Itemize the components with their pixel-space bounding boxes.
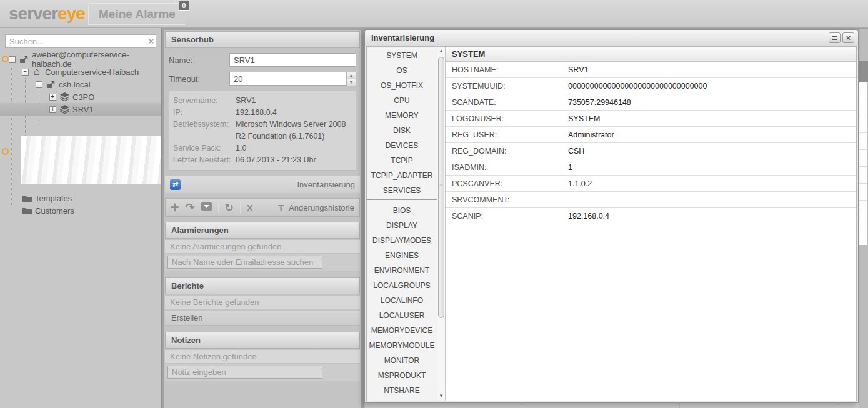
inventory-nav-item[interactable]: MEMORYDEVICE	[367, 323, 437, 338]
top-bar: servereye Meine Alarme 0	[0, 0, 868, 28]
tree-item-user-account[interactable]: − aweber@computerservice-haibach.de	[0, 53, 161, 66]
stepper-up-icon[interactable]: ▲	[347, 72, 356, 79]
inventory-nav-item[interactable]: MEMORY	[367, 108, 437, 123]
inventory-value: 1.1.0.2	[568, 179, 592, 188]
inventory-category-nav: SYSTEM OS OS_HOTFIX CPU MEMORY DISK DEVI…	[367, 47, 437, 401]
server-info-row: IP: 192.168.0.4	[173, 107, 352, 119]
collapse-icon[interactable]: −	[22, 69, 29, 76]
inventory-nav-item[interactable]: CPU	[367, 93, 437, 108]
connection-icon	[46, 81, 56, 89]
inventory-nav-item[interactable]: BIOS	[367, 203, 437, 218]
inventory-nav-item[interactable]: OS	[367, 63, 437, 78]
layers-icon	[59, 92, 69, 101]
refresh-icon[interactable]: ↻	[225, 201, 234, 214]
inventory-nav-item[interactable]: DISK	[367, 123, 437, 138]
inventory-nav-item[interactable]: TCPIP	[367, 153, 437, 168]
note-input[interactable]	[167, 366, 322, 379]
inventory-nav-item[interactable]: LOCALGROUPS	[367, 278, 437, 293]
layers-icon	[59, 105, 69, 114]
archive-icon[interactable]	[201, 202, 212, 213]
inventory-key: REG_DOMAIN:	[446, 147, 568, 156]
sensorhub-footer: ⇄ Inventarisierung	[165, 176, 360, 193]
inventory-nav-item[interactable]: MONITOR	[367, 353, 437, 368]
my-alarms-button[interactable]: Meine Alarme 0	[88, 3, 186, 25]
tree-item-customer[interactable]: − ⌂ Computerservice-Haibach	[0, 66, 161, 78]
folder-icon	[22, 194, 32, 202]
inventory-nav-item[interactable]: MSPRODUKT	[367, 368, 437, 383]
inventory-nav-item[interactable]: ENGINES	[367, 248, 437, 263]
toolbar-divider	[218, 202, 219, 213]
inventory-nav-item[interactable]: MEMORYMODULE	[367, 338, 437, 353]
tree-item-label: Customers	[35, 206, 74, 216]
inventory-nav-item[interactable]: DISPLAY	[367, 218, 437, 233]
timeout-field[interactable]	[229, 72, 356, 86]
scroll-down-icon[interactable]: ▼	[437, 393, 445, 399]
inventory-nav-item[interactable]: OS_HOTFIX	[367, 78, 437, 93]
my-alarms-label: Meine Alarme	[99, 7, 176, 21]
inventory-key: REG_USER:	[446, 131, 568, 139]
dialog-title: Inventarisierung	[371, 33, 434, 42]
expand-icon[interactable]: +	[49, 94, 56, 101]
scroll-up-icon[interactable]: ▲	[437, 48, 445, 54]
alert-status-icon	[2, 148, 9, 155]
inventory-nav-item[interactable]: ENVIRONMENT	[367, 263, 437, 278]
timeout-label: Timeout:	[169, 74, 229, 84]
tree-item-server-srv1-selected[interactable]: + SRV1	[0, 103, 161, 116]
inventory-nav-item[interactable]: SERVICES	[367, 183, 437, 200]
maximize-button[interactable]	[829, 32, 841, 43]
teamviewer-icon[interactable]: ⇄	[170, 179, 181, 190]
toolbar-divider	[240, 202, 241, 213]
tree-item-label: Templates	[35, 194, 72, 203]
delete-icon[interactable]: X	[247, 202, 252, 213]
folder-icon	[22, 207, 32, 214]
inventory-nav-item[interactable]: TCPIP_ADAPTER	[367, 168, 437, 183]
inventory-row: SCANIP: 192.168.0.4	[446, 208, 856, 224]
inventory-nav-item[interactable]: LOCALINFO	[367, 293, 437, 308]
inventory-nav-item[interactable]: SYSTEM	[367, 48, 437, 63]
inventory-value: SRV1	[568, 66, 588, 74]
tree-item-server-c3po[interactable]: + C3PO	[0, 91, 161, 103]
inventory-nav-item[interactable]: DISPLAYMODES	[367, 233, 437, 248]
dialog-title-bar[interactable]: Inventarisierung ×	[365, 30, 858, 46]
collapse-icon[interactable]: −	[9, 56, 16, 63]
expand-icon[interactable]: +	[49, 106, 56, 113]
inventory-nav-scrollbar[interactable]: ▲ ≡ ▼	[437, 47, 446, 401]
info-label: IP:	[173, 107, 236, 119]
close-button[interactable]: ×	[842, 32, 854, 43]
clear-search-icon[interactable]: ×	[149, 36, 154, 46]
search-input[interactable]	[5, 34, 156, 48]
history-icon[interactable]: T	[278, 202, 284, 213]
inventory-nav-item[interactable]: DEVICES	[367, 138, 437, 153]
logo-text-eye: eye	[57, 4, 85, 23]
info-value: 06.07.2013 - 21:23 Uhr	[236, 154, 316, 166]
logo-text-server: server	[9, 4, 57, 23]
alarms-section-header: Alarmierungen	[165, 222, 360, 239]
add-icon[interactable]: +	[171, 201, 179, 214]
alarm-search-input[interactable]	[167, 256, 322, 269]
close-icon: ×	[846, 34, 851, 42]
inventory-key: PCSCANVER:	[446, 179, 568, 188]
sensorhub-toolbar: + ↷ ↻ X T Änderungshistorie	[165, 198, 360, 217]
name-label: Name:	[169, 56, 229, 65]
server-info-box: Servername: SRV1 IP: 192.168.0.4 Betrieb…	[169, 91, 356, 171]
info-label: Service Pack:	[173, 142, 236, 154]
tree-item-customers[interactable]: Customers	[0, 204, 161, 217]
sensorhub-header: Sensorhub	[165, 31, 360, 48]
inventory-link[interactable]: Inventarisierung	[297, 180, 356, 189]
redacted-preview-image	[21, 136, 161, 184]
inventory-key: HOSTNAME:	[446, 66, 568, 74]
inventory-nav-item[interactable]: LOCALUSER	[367, 308, 437, 323]
scrollbar-thumb[interactable]: ≡	[438, 57, 444, 318]
collapse-icon[interactable]: −	[36, 81, 42, 88]
name-field[interactable]	[229, 53, 356, 67]
tree-item-network[interactable]: − csh.local	[0, 78, 161, 91]
stepper-down-icon[interactable]: ▼	[347, 79, 356, 86]
navigation-sidebar: × − aweber@computerservice-haibach.de − …	[0, 28, 162, 408]
alarm-count-badge: 0	[179, 1, 189, 11]
change-history-link[interactable]: Änderungshistorie	[289, 203, 354, 212]
tree-item-templates[interactable]: Templates	[0, 192, 161, 204]
create-report-button[interactable]: Erstellen	[165, 311, 360, 326]
reassign-icon[interactable]: ↷	[185, 201, 194, 214]
inventory-value: CSH	[568, 147, 584, 156]
inventory-nav-item[interactable]: NTSHARE	[367, 383, 437, 398]
